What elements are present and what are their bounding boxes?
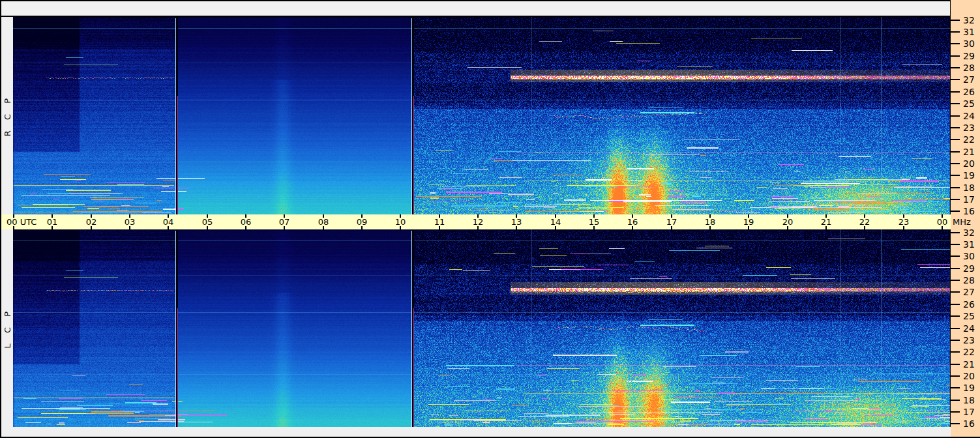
freq-label: 19 <box>963 170 979 181</box>
freq-tick <box>951 127 960 128</box>
freq-label: 16 <box>963 418 979 429</box>
freq-label: 18 <box>963 395 979 405</box>
rcp-spectrogram <box>13 17 950 214</box>
time-label: 23 <box>894 215 913 229</box>
time-label: 09 <box>352 215 372 229</box>
freq-tick <box>951 280 960 281</box>
freq-label: 26 <box>963 299 979 310</box>
dps-spectrogram-display: AJ4CO Observatory 24 Jun 2020 - DPS on T… <box>0 0 980 438</box>
freq-label: 18 <box>963 182 979 193</box>
freq-tick <box>951 340 960 341</box>
freq-label: 23 <box>963 335 979 345</box>
time-label: 01 <box>42 215 62 229</box>
freq-tick <box>951 375 960 377</box>
time-label: 20 <box>778 215 797 229</box>
bottom-margin <box>1 427 951 437</box>
time-label: 18 <box>700 215 720 229</box>
title-bar: AJ4CO Observatory 24 Jun 2020 - DPS on T… <box>1 1 950 16</box>
freq-label: 21 <box>963 359 979 370</box>
freq-label: 29 <box>963 263 979 274</box>
freq-tick <box>951 55 960 57</box>
freq-label: 30 <box>963 251 979 261</box>
freq-label: 29 <box>963 51 979 61</box>
freq-tick <box>951 175 960 176</box>
freq-tick <box>951 199 960 200</box>
freq-tick <box>951 211 960 212</box>
freq-tick <box>951 304 960 305</box>
freq-label: 31 <box>963 239 979 250</box>
freq-tick <box>951 351 960 353</box>
freq-label: 30 <box>963 38 979 49</box>
time-label: 14 <box>546 215 565 229</box>
freq-tick <box>951 91 960 93</box>
freq-tick <box>951 43 960 44</box>
freq-tick <box>951 79 960 80</box>
freq-label: 31 <box>963 27 979 37</box>
time-label: 22 <box>855 215 874 229</box>
freq-tick <box>951 387 960 388</box>
freq-tick <box>951 151 960 153</box>
rcp-polarization-label: R C P <box>3 95 12 136</box>
lcp-polarization-label: L C P <box>3 308 12 348</box>
time-label: 21 <box>816 215 836 229</box>
freq-label: 27 <box>963 74 979 85</box>
freq-tick <box>951 423 960 424</box>
freq-tick <box>951 163 960 164</box>
time-label: 02 <box>82 215 101 229</box>
freq-tick <box>951 244 960 245</box>
freq-label: 24 <box>963 111 979 121</box>
freq-tick <box>951 364 960 365</box>
time-label: 19 <box>739 215 758 229</box>
freq-label: 27 <box>963 287 979 297</box>
time-label: 11 <box>430 215 449 229</box>
freq-label: 32 <box>963 227 979 238</box>
freq-label: 26 <box>963 87 979 97</box>
time-label: 05 <box>198 215 217 229</box>
time-label: 16 <box>623 215 642 229</box>
freq-tick <box>951 232 960 233</box>
freq-unit-label: MHz <box>953 215 971 229</box>
freq-tick <box>951 31 960 33</box>
freq-tick <box>951 103 960 104</box>
time-label: 12 <box>468 215 488 229</box>
time-label: 17 <box>662 215 681 229</box>
freq-tick <box>951 291 960 293</box>
freq-label: 17 <box>963 407 979 417</box>
freq-label: 16 <box>963 206 979 216</box>
time-label: 03 <box>120 215 140 229</box>
time-label-first: 00 UTC <box>7 215 37 229</box>
freq-tick <box>951 256 960 257</box>
time-label: 04 <box>158 215 178 229</box>
freq-tick <box>951 400 960 401</box>
freq-label: 22 <box>963 347 979 357</box>
freq-tick <box>951 315 960 317</box>
freq-tick <box>951 115 960 117</box>
time-label: 08 <box>314 215 333 229</box>
freq-label: 22 <box>963 134 979 145</box>
time-label: 10 <box>391 215 410 229</box>
time-label-last: 00 <box>932 215 952 229</box>
freq-label: 28 <box>963 63 979 73</box>
freq-label: 20 <box>963 371 979 381</box>
freq-tick <box>951 67 960 68</box>
freq-label: 20 <box>963 158 979 169</box>
freq-tick <box>951 328 960 329</box>
freq-tick <box>951 411 960 413</box>
freq-label: 23 <box>963 123 979 133</box>
freq-label: 17 <box>963 194 979 205</box>
time-label: 13 <box>507 215 526 229</box>
freq-tick <box>951 187 960 188</box>
time-label: 07 <box>275 215 294 229</box>
lcp-spectrogram <box>13 229 950 427</box>
time-label: 06 <box>236 215 256 229</box>
rcp-axis-label-column: R C P <box>1 17 13 214</box>
freq-label: 28 <box>963 275 979 285</box>
freq-label: 25 <box>963 311 979 321</box>
freq-label: 25 <box>963 98 979 109</box>
lcp-axis-label-column: L C P <box>1 229 13 427</box>
time-label: 15 <box>584 215 604 229</box>
freq-tick <box>951 20 960 21</box>
freq-tick <box>951 139 960 140</box>
freq-label: 19 <box>963 383 979 393</box>
freq-label: 32 <box>963 15 979 25</box>
